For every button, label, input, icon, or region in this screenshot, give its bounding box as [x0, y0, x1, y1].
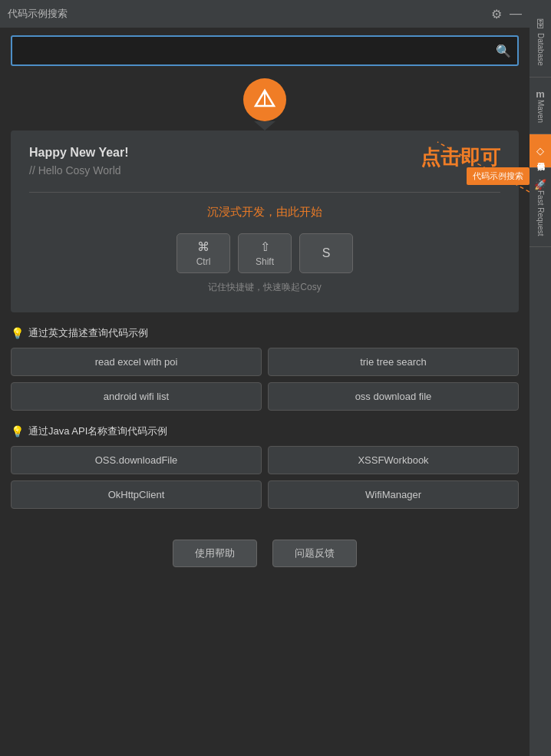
section1-label: 通过英文描述查询代码示例	[28, 326, 148, 340]
section1-examples: read excel with poi trie tree search and…	[11, 348, 519, 411]
fast-request-label: Fast Request	[536, 190, 545, 236]
title-bar-title: 代码示例搜索	[8, 7, 68, 21]
maven-label: Maven	[536, 100, 545, 123]
app-wrapper: 代码示例搜索 ⚙ — 🔍	[0, 0, 551, 590]
example-trie-tree[interactable]: trie tree search	[268, 348, 519, 376]
example-android-wifi[interactable]: android wifi list	[11, 382, 262, 411]
right-sidebar: 🗄 Database m Maven ◇ 代码示例搜索 🚀 Fast Reque…	[530, 0, 551, 756]
main-content: 🔍 Happy New Year! // Hello Cosy World 点击…	[0, 28, 530, 590]
key-ctrl: ⌘ Ctrl	[177, 233, 230, 273]
bottom-actions: 使用帮助 问题反馈	[11, 540, 519, 583]
shortcut-row: ⌘ Ctrl ⇧ Shift S	[29, 233, 500, 273]
ctrl-label: Ctrl	[196, 256, 211, 267]
logo-icon	[253, 88, 276, 111]
s-icon: S	[322, 246, 331, 260]
search-box-container: 🔍	[11, 35, 519, 66]
database-icon: 🗄	[536, 18, 546, 30]
section1-header: 💡 通过英文描述查询代码示例	[11, 326, 519, 340]
sidebar-tab-database[interactable]: 🗄 Database	[530, 8, 551, 78]
sidebar-tab-maven[interactable]: m Maven	[530, 78, 551, 134]
logo-circle	[243, 78, 286, 121]
example-wifi-manager[interactable]: WifiManager	[268, 480, 519, 509]
cosy-icon: ◇	[536, 145, 544, 157]
search-icon[interactable]: 🔍	[496, 44, 511, 58]
gear-icon[interactable]: ⚙	[491, 7, 502, 21]
title-bar-icons: ⚙ —	[491, 7, 522, 21]
key-s: S	[299, 233, 353, 273]
ctrl-icon: ⌘	[197, 239, 210, 254]
database-label: Database	[536, 33, 545, 66]
search-input[interactable]	[18, 45, 496, 57]
immersive-text: 沉浸式开发，由此开始	[29, 205, 500, 220]
content-area: 代码示例搜索 ⚙ — 🔍	[0, 0, 530, 590]
feedback-button[interactable]: 问题反馈	[272, 540, 357, 567]
section2-label: 通过Java API名称查询代码示例	[28, 424, 167, 438]
shift-icon: ⇧	[260, 239, 270, 254]
welcome-card: Happy New Year! // Hello Cosy World 点击即可…	[11, 130, 519, 312]
bulb-icon-1: 💡	[11, 327, 24, 339]
click-hint-text: 点击即可	[421, 144, 500, 171]
example-okhttp-client[interactable]: OkHttpClient	[11, 480, 262, 509]
example-read-excel[interactable]: read excel with poi	[11, 348, 262, 376]
divider	[29, 192, 500, 193]
shortcut-hint: 记住快捷键，快速唤起Cosy	[29, 281, 500, 294]
shift-label: Shift	[256, 256, 274, 267]
section2-examples: OSS.downloadFile XSSFWorkbook OkHttpClie…	[11, 446, 519, 509]
close-icon[interactable]: —	[510, 7, 522, 21]
example-xssf-workbook[interactable]: XSSFWorkbook	[268, 446, 519, 474]
key-shift: ⇧ Shift	[238, 233, 292, 273]
help-button[interactable]: 使用帮助	[173, 540, 257, 567]
example-oss-downloadfile[interactable]: OSS.downloadFile	[11, 446, 262, 474]
example-oss-download[interactable]: oss download file	[268, 382, 519, 411]
title-bar: 代码示例搜索 ⚙ —	[0, 0, 530, 28]
section2-header: 💡 通过Java API名称查询代码示例	[11, 424, 519, 438]
logo-triangle	[254, 121, 276, 130]
maven-icon: m	[536, 88, 545, 100]
sidebar-tab-cosy[interactable]: ◇ 代码示例搜索	[530, 134, 551, 168]
bulb-icon-2: 💡	[11, 425, 24, 437]
fast-request-icon: 🚀	[534, 179, 546, 190]
sidebar-tab-fast-request[interactable]: 🚀 Fast Request	[530, 168, 551, 247]
logo-area	[11, 78, 519, 130]
